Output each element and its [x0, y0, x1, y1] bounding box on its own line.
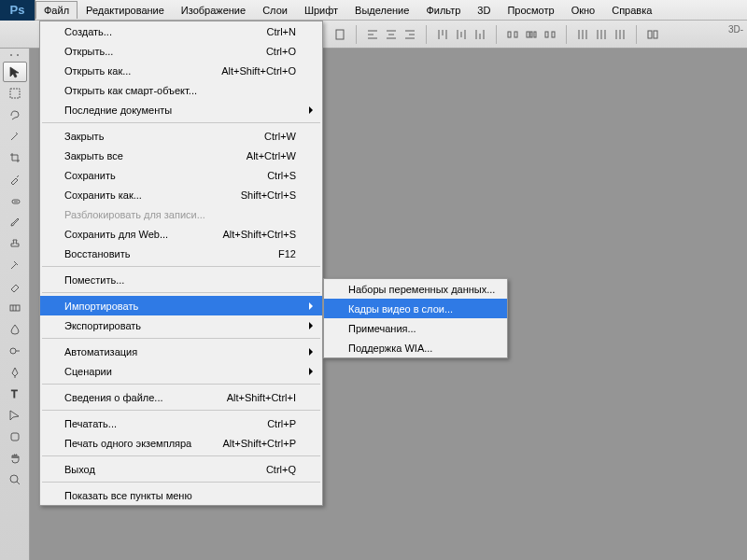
svg-point-47 [10, 475, 18, 483]
lasso-tool[interactable] [3, 105, 27, 125]
opt-separator [426, 25, 427, 44]
menu-item[interactable]: Сценарии [40, 361, 322, 381]
healing-tool[interactable] [3, 190, 27, 211]
shape-tool[interactable] [3, 427, 27, 447]
menu-item[interactable]: Сведения о файле...Alt+Shift+Ctrl+I [40, 387, 322, 407]
svg-text:T: T [11, 388, 18, 399]
brush-tool[interactable] [3, 212, 27, 232]
dodge-tool[interactable] [3, 341, 27, 361]
menu-image[interactable]: Изображение [173, 1, 254, 20]
align-center-icon[interactable] [383, 26, 400, 43]
eraser-tool[interactable] [3, 276, 27, 297]
dist-v2-icon[interactable] [593, 26, 610, 43]
menu-item-shortcut: Ctrl+N [267, 26, 296, 37]
menu-item[interactable]: Поместить... [40, 270, 322, 289]
opt-separator [566, 25, 567, 44]
menu-item-label: Сохранить для Web... [64, 229, 168, 240]
menu-help[interactable]: Справка [603, 1, 660, 20]
menu-item[interactable]: Экспортировать [40, 315, 322, 335]
type-tool[interactable]: T [3, 384, 27, 404]
toolbar-handle[interactable] [2, 50, 28, 60]
menu-item-label: Поместить... [64, 274, 124, 286]
eyedropper-tool[interactable] [3, 169, 27, 189]
dist-h3-icon[interactable] [542, 26, 558, 43]
menu-item[interactable]: Показать все пункты меню [40, 485, 322, 505]
menu-item-label: Печатать... [64, 418, 117, 429]
submenu-item[interactable]: Поддержка WIA... [324, 338, 507, 357]
svg-rect-35 [648, 31, 652, 38]
history-brush-tool[interactable] [3, 255, 27, 275]
path-tool[interactable] [3, 405, 27, 426]
menu-item[interactable]: Создать...Ctrl+N [40, 21, 322, 41]
pen-tool[interactable] [3, 362, 27, 383]
align-bottom-icon[interactable] [472, 26, 488, 43]
dist-h2-icon[interactable] [523, 26, 540, 43]
menu-view[interactable]: Просмотр [499, 1, 562, 20]
opt-separator [356, 25, 357, 44]
menu-item-label: Сценарии [64, 366, 112, 377]
hand-tool[interactable] [3, 448, 27, 469]
menu-item-label: Восстановить [64, 248, 130, 259]
menu-item[interactable]: ВосстановитьF12 [40, 244, 322, 263]
menu-edit[interactable]: Редактирование [78, 1, 173, 20]
align-left-icon[interactable] [364, 26, 381, 43]
menu-item: Разблокировать для записи... [40, 204, 322, 224]
blur-tool[interactable] [3, 319, 27, 340]
submenu-item[interactable]: Кадры видео в слои... [324, 299, 507, 318]
menu-item[interactable]: Закрыть всеAlt+Ctrl+W [40, 146, 322, 165]
menu-item-label: Последние документы [64, 105, 172, 116]
menu-item[interactable]: Автоматизация [40, 342, 322, 361]
menu-separator [42, 338, 320, 339]
dist-h1-icon[interactable] [504, 26, 521, 43]
menu-type[interactable]: Шрифт [296, 1, 346, 20]
dist-v3-icon[interactable] [612, 26, 628, 43]
menu-separator [42, 122, 320, 123]
menu-separator [42, 292, 320, 293]
menu-item-label: Открыть как... [64, 65, 131, 77]
align-top-icon[interactable] [434, 26, 451, 43]
menu-item[interactable]: Печать одного экземпляраAlt+Shift+Ctrl+P [40, 433, 322, 453]
menu-item[interactable]: Открыть как смарт-объект... [40, 80, 322, 100]
wand-tool[interactable] [3, 126, 27, 147]
crop-tool[interactable] [3, 147, 27, 168]
gradient-tool[interactable] [3, 298, 27, 318]
menu-window[interactable]: Окно [563, 1, 604, 20]
menu-filter[interactable]: Фильтр [417, 1, 469, 20]
submenu-item[interactable]: Примечания... [324, 318, 507, 338]
menu-file[interactable]: Файл [35, 1, 78, 19]
opt-doc-icon[interactable] [331, 26, 348, 43]
toolbar: T [0, 49, 30, 560]
menu-item[interactable]: Открыть...Ctrl+O [40, 41, 322, 61]
menu-item-label: Разблокировать для записи... [64, 209, 205, 220]
align-vcenter-icon[interactable] [453, 26, 470, 43]
menu-item[interactable]: ЗакрытьCtrl+W [40, 126, 322, 146]
move-tool[interactable] [3, 62, 27, 82]
auto-align-icon[interactable] [644, 26, 661, 43]
opt-separator [496, 25, 497, 44]
marquee-tool[interactable] [3, 83, 27, 104]
menu-item[interactable]: Импортировать [40, 296, 322, 315]
menu-select[interactable]: Выделение [346, 1, 417, 20]
submenu-arrow-icon [309, 322, 313, 329]
menu-item-label: Закрыть все [64, 150, 123, 161]
menu-separator [42, 384, 320, 385]
menu-item[interactable]: Печатать...Ctrl+P [40, 413, 322, 433]
align-right-icon[interactable] [402, 26, 418, 43]
menu-item[interactable]: Последние документы [40, 100, 322, 119]
menu-item-shortcut: Alt+Shift+Ctrl+O [221, 65, 296, 77]
menu-item[interactable]: Сохранить для Web...Alt+Shift+Ctrl+S [40, 224, 322, 244]
zoom-tool[interactable] [3, 469, 27, 490]
menu-item[interactable]: ВыходCtrl+Q [40, 459, 322, 479]
mode-label: 3D- [728, 24, 743, 35]
menu-item[interactable]: СохранитьCtrl+S [40, 165, 322, 185]
menu-3d[interactable]: 3D [469, 1, 499, 20]
stamp-tool[interactable] [3, 233, 27, 254]
menu-item-label: Закрыть [64, 131, 104, 142]
menu-separator [42, 410, 320, 411]
dist-v1-icon[interactable] [574, 26, 591, 43]
menu-item[interactable]: Открыть как...Alt+Shift+Ctrl+O [40, 61, 322, 80]
submenu-item[interactable]: Наборы переменных данных... [324, 279, 507, 299]
menu-layers[interactable]: Слои [254, 1, 296, 20]
svg-rect-19 [508, 32, 511, 37]
menu-item[interactable]: Сохранить как...Shift+Ctrl+S [40, 185, 322, 204]
